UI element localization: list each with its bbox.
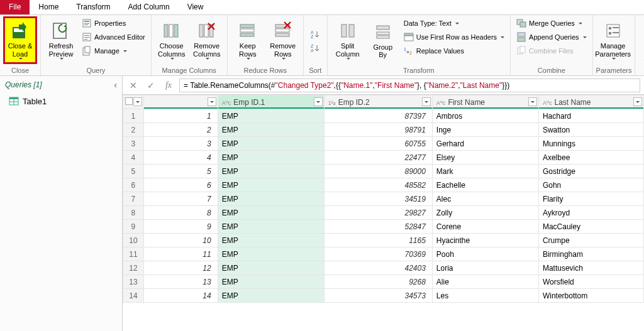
row-number[interactable]: 7 [123, 192, 144, 206]
cell-index[interactable]: 11 [143, 247, 218, 261]
cell-empid1[interactable]: EMP [218, 123, 324, 137]
cell-firstname[interactable]: Inge [432, 123, 538, 137]
cell-lastname[interactable]: Hachard [538, 109, 643, 123]
cell-lastname[interactable]: Aykroyd [538, 206, 643, 220]
cell-empid1[interactable]: EMP [218, 178, 324, 192]
cell-index[interactable]: 1 [143, 109, 218, 123]
row-number[interactable]: 8 [123, 206, 144, 220]
column-header-firstname[interactable]: AᴮcFirst Name [432, 95, 538, 109]
filter-icon[interactable] [422, 97, 431, 106]
table-row[interactable]: 33EMP60755GerhardMunnings [123, 137, 644, 151]
cell-index[interactable]: 2 [143, 123, 218, 137]
column-header-empid2[interactable]: 1²₃Emp ID.2 [324, 95, 432, 109]
cell-lastname[interactable]: Mattusevich [538, 261, 643, 275]
row-number[interactable]: 14 [123, 289, 144, 303]
cell-firstname[interactable]: Mark [432, 165, 538, 178]
cell-index[interactable]: 13 [143, 275, 218, 289]
column-header-index[interactable] [143, 95, 218, 109]
tab-transform[interactable]: Transform [67, 0, 119, 14]
row-number[interactable]: 13 [123, 275, 144, 289]
manage-button[interactable]: Manage [79, 44, 148, 58]
cell-firstname[interactable]: Elsey [432, 151, 538, 165]
cancel-formula-button[interactable]: ✕ [126, 79, 140, 92]
cell-empid1[interactable]: EMP [218, 206, 324, 220]
row-number[interactable]: 2 [123, 123, 144, 137]
filter-icon[interactable] [314, 97, 323, 106]
fx-button[interactable]: fx [162, 79, 175, 92]
table-row[interactable]: 77EMP34519AlecFlarity [123, 192, 644, 206]
row-number[interactable]: 1 [123, 109, 144, 123]
cell-index[interactable]: 7 [143, 192, 218, 206]
sort-desc-button[interactable]: ZA [306, 41, 324, 55]
cell-empid1[interactable]: EMP [218, 289, 324, 303]
close-and-load-button[interactable]: Close & Load [3, 16, 37, 64]
cell-index[interactable]: 3 [143, 137, 218, 151]
row-number[interactable]: 9 [123, 220, 144, 234]
cell-firstname[interactable]: Pooh [432, 247, 538, 261]
filter-icon[interactable] [208, 97, 216, 106]
cell-firstname[interactable]: Alie [432, 275, 538, 289]
cell-index[interactable]: 12 [143, 261, 218, 275]
first-row-headers-button[interactable]: Use First Row as Headers [401, 30, 507, 44]
row-number[interactable]: 4 [123, 151, 144, 165]
cell-empid2[interactable]: 29827 [324, 206, 432, 220]
cell-empid2[interactable]: 34519 [324, 192, 432, 206]
cell-index[interactable]: 6 [143, 178, 218, 192]
queries-header[interactable]: Queries [1] ‹ [0, 76, 122, 94]
cell-empid1[interactable]: EMP [218, 220, 324, 234]
cell-lastname[interactable]: Worsfield [538, 275, 643, 289]
queries-item-table1[interactable]: Table1 [0, 94, 122, 109]
choose-columns-button[interactable]: Choose Columns [155, 16, 189, 64]
table-row[interactable]: 1313EMP9268AlieWorsfield [123, 275, 644, 289]
cell-empid1[interactable]: EMP [218, 247, 324, 261]
cell-empid1[interactable]: EMP [218, 137, 324, 151]
cell-firstname[interactable]: Eachelle [432, 178, 538, 192]
cell-lastname[interactable]: Flarity [538, 192, 643, 206]
cell-empid2[interactable]: 34573 [324, 289, 432, 303]
group-by-button[interactable]: Group By [366, 16, 400, 64]
cell-lastname[interactable]: Birmingham [538, 247, 643, 261]
row-number[interactable]: 6 [123, 178, 144, 192]
tab-file[interactable]: File [0, 0, 30, 14]
tab-view[interactable]: View [179, 0, 213, 14]
refresh-preview-button[interactable]: Refresh Preview [44, 16, 78, 64]
table-row[interactable]: 88EMP29827ZollyAykroyd [123, 206, 644, 220]
remove-rows-button[interactable]: Remove Rows [266, 16, 300, 64]
cell-index[interactable]: 8 [143, 206, 218, 220]
cell-lastname[interactable]: Winterbottom [538, 289, 643, 303]
cell-lastname[interactable]: Swatton [538, 123, 643, 137]
cell-lastname[interactable]: Gostridge [538, 165, 643, 178]
cell-empid2[interactable]: 22477 [324, 151, 432, 165]
table-row[interactable]: 11EMP87397AmbrosHachard [123, 109, 644, 123]
cell-empid2[interactable]: 87397 [324, 109, 432, 123]
cell-empid1[interactable]: EMP [218, 261, 324, 275]
cell-firstname[interactable]: Hyacinthe [432, 234, 538, 247]
table-row[interactable]: 1212EMP42403LoriaMattusevich [123, 261, 644, 275]
select-all-cell[interactable] [123, 95, 144, 109]
cell-lastname[interactable]: Gohn [538, 178, 643, 192]
cell-empid1[interactable]: EMP [218, 109, 324, 123]
table-row[interactable]: 99EMP52847CoreneMacCauley [123, 220, 644, 234]
remove-columns-button[interactable]: Remove Columns [190, 16, 224, 64]
cell-index[interactable]: 14 [143, 289, 218, 303]
table-row[interactable]: 55EMP89000MarkGostridge [123, 165, 644, 178]
column-header-lastname[interactable]: AᴮcLast Name [538, 95, 643, 109]
cell-empid2[interactable]: 60755 [324, 137, 432, 151]
row-number[interactable]: 11 [123, 247, 144, 261]
cell-empid1[interactable]: EMP [218, 165, 324, 178]
merge-queries-button[interactable]: Merge Queries [514, 16, 589, 30]
cell-empid2[interactable]: 1165 [324, 234, 432, 247]
column-header-empid1[interactable]: AᴮcEmp ID.1 [218, 95, 324, 109]
manage-parameters-button[interactable]: Manage Parameters [596, 16, 630, 64]
table-row[interactable]: 1414EMP34573LesWinterbottom [123, 289, 644, 303]
data-source-settings-button[interactable]: Data source settings [638, 16, 644, 64]
cell-empid2[interactable]: 98791 [324, 123, 432, 137]
row-number[interactable]: 10 [123, 234, 144, 247]
cell-empid1[interactable]: EMP [218, 234, 324, 247]
commit-formula-button[interactable]: ✓ [144, 79, 158, 92]
cell-firstname[interactable]: Les [432, 289, 538, 303]
table-row[interactable]: 66EMP48582EachelleGohn [123, 178, 644, 192]
cell-firstname[interactable]: Zolly [432, 206, 538, 220]
cell-firstname[interactable]: Corene [432, 220, 538, 234]
keep-rows-button[interactable]: Keep Rows [231, 16, 265, 64]
